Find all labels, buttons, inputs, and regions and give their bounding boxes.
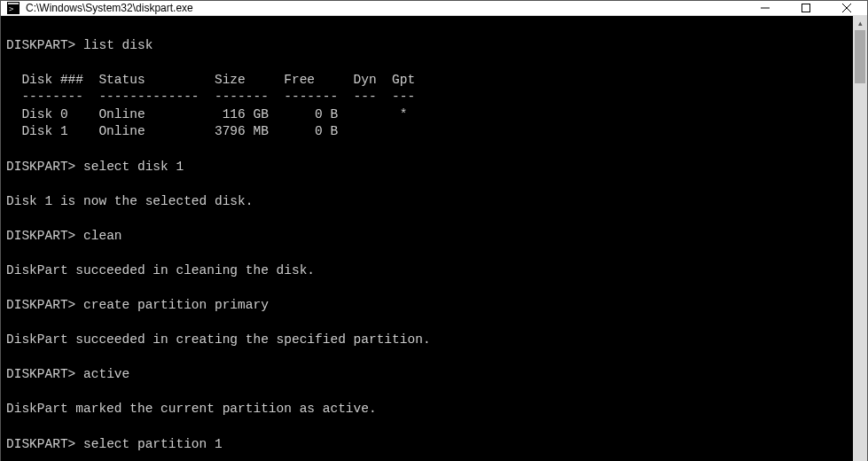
prompt: DISKPART> xyxy=(6,160,75,174)
table-row: Disk 1 Online 3796 MB 0 B xyxy=(6,124,338,138)
window-title: C:\Windows\System32\diskpart.exe xyxy=(26,2,745,14)
prompt: DISKPART> xyxy=(6,437,75,451)
application-window: > C:\Windows\System32\diskpart.exe DISKP… xyxy=(0,0,868,461)
command: create partition primary xyxy=(83,298,269,312)
prompt: DISKPART> xyxy=(6,298,75,312)
prompt: DISKPART> xyxy=(6,229,75,243)
svg-text:>: > xyxy=(9,4,14,13)
response: DiskPart succeeded in creating the speci… xyxy=(6,332,431,347)
maximize-button[interactable] xyxy=(786,1,826,15)
table-header: Disk ### Status Size Free Dyn Gpt xyxy=(6,73,415,87)
vertical-scrollbar[interactable]: ▴ ▾ xyxy=(853,16,867,461)
prompt: DISKPART> xyxy=(6,38,75,52)
scroll-thumb[interactable] xyxy=(855,30,865,83)
response: DiskPart marked the current partition as… xyxy=(6,402,377,416)
window-controls xyxy=(745,1,867,15)
svg-rect-4 xyxy=(802,4,810,12)
command: select partition 1 xyxy=(83,437,223,451)
command: list disk xyxy=(83,38,152,52)
command: select disk 1 xyxy=(83,160,184,174)
response: DiskPart succeeded in cleaning the disk. xyxy=(6,263,315,277)
command: clean xyxy=(83,229,122,243)
table-divider: -------- ------------- ------- ------- -… xyxy=(6,90,415,104)
table-row: Disk 0 Online 116 GB 0 B * xyxy=(6,107,407,121)
response: Disk 1 is now the selected disk. xyxy=(6,194,253,208)
scroll-up-arrow-icon[interactable]: ▴ xyxy=(853,16,867,30)
client-area: DISKPART> list disk Disk ### Status Size… xyxy=(1,16,867,461)
terminal-output[interactable]: DISKPART> list disk Disk ### Status Size… xyxy=(1,16,853,461)
close-button[interactable] xyxy=(826,1,867,15)
command: active xyxy=(83,367,129,381)
prompt: DISKPART> xyxy=(6,367,75,381)
minimize-button[interactable] xyxy=(745,1,786,15)
app-icon: > xyxy=(6,1,20,15)
titlebar[interactable]: > C:\Windows\System32\diskpart.exe xyxy=(1,1,867,16)
